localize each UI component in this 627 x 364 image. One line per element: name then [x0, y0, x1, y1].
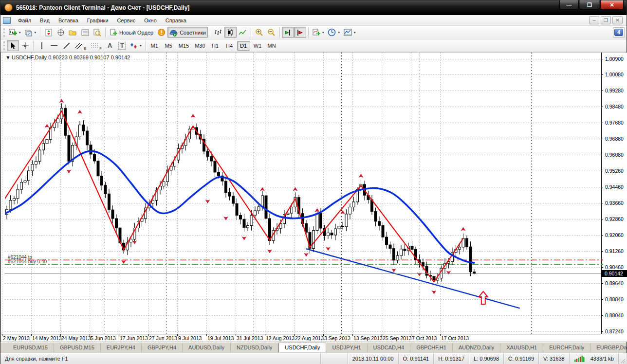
price-chart[interactable]: 1.009001.000800.992800.984800.976800.968…	[1, 53, 627, 342]
chart-shift-button[interactable]	[294, 27, 306, 38]
bar-chart-button[interactable]	[212, 27, 224, 38]
svg-text:0.96880: 0.96880	[605, 136, 624, 142]
timeframe-button-M15[interactable]: M15	[176, 41, 191, 51]
chevron-down-icon: ▾	[322, 31, 324, 35]
timeframe-button-M1[interactable]: M1	[148, 41, 161, 51]
horizontal-line-tool-button[interactable]	[48, 40, 60, 51]
periods-button[interactable]: ▾	[326, 27, 342, 38]
cursor-tool-button[interactable]	[7, 40, 19, 51]
notifications-button[interactable]: 4	[613, 27, 625, 38]
menu-item-6[interactable]: Справка	[161, 16, 191, 25]
title-bar: 565018: Panteon Client Terminal - Демо С…	[0, 0, 627, 15]
standard-toolbar: ▾ ▾ Новый Ордер Сов	[0, 26, 627, 39]
minimize-button[interactable]: —	[559, 0, 579, 10]
chart-tab-NZDUSD-Daily[interactable]: NZDUSD,Daily	[231, 344, 278, 352]
chart-tab-EURGBP-Daily[interactable]: EURGBP,Daily	[590, 344, 627, 352]
fibonacci-tool-button[interactable]: F	[88, 40, 104, 51]
chart-tab-EURUSD-M15[interactable]: EURUSD,M15	[7, 344, 54, 352]
status-help-text: Для справки, нажмите F1	[0, 353, 321, 364]
market-watch-button[interactable]	[42, 27, 55, 38]
status-volume-value: V: 31638	[539, 353, 570, 364]
svg-text:0.99280: 0.99280	[605, 88, 624, 93]
toolbar-separator	[40, 28, 40, 37]
label-tool-button[interactable]: T	[116, 40, 128, 51]
zoom-in-icon	[255, 28, 263, 36]
svg-text:2 May 2013: 2 May 2013	[3, 335, 30, 341]
chart-tab-AUDNZD-Daily[interactable]: AUDNZD,Daily	[453, 344, 500, 352]
strategy-tester-button[interactable]	[91, 27, 103, 38]
menu-item-3[interactable]: Графики	[83, 16, 113, 25]
close-button[interactable]: ✕	[600, 0, 624, 10]
terminal-button[interactable]	[79, 27, 91, 38]
chart-tab-USDJPY-H1[interactable]: USDJPY,H1	[326, 344, 367, 352]
menu-item-2[interactable]: Вставка	[54, 16, 83, 25]
new-order-button[interactable]: Новый Ордер	[108, 27, 155, 38]
bar-chart-icon	[214, 29, 222, 36]
arrows-tool-button[interactable]: ▾	[128, 40, 144, 51]
experts-button[interactable]: Советники	[167, 27, 208, 38]
menu-item-4[interactable]: Сервис	[113, 16, 140, 25]
toolbar-separator	[279, 28, 280, 37]
zoom-out-button[interactable]	[265, 27, 277, 38]
templates-button[interactable]: ▾	[342, 27, 358, 38]
vertical-line-icon	[39, 42, 45, 50]
connection-status-cell: 4333/1 kb	[570, 353, 619, 364]
candlestick-chart-button[interactable]	[224, 27, 237, 38]
toolbar-separator	[308, 28, 309, 37]
crosshair-tool-button[interactable]	[19, 40, 31, 51]
app-logo-icon	[4, 3, 13, 12]
chart-tab-AUDUSD-Daily[interactable]: AUDUSD,Daily	[183, 344, 231, 352]
chart-tab-GBPJPY-H4[interactable]: GBPJPY,H4	[142, 344, 183, 352]
maximize-button[interactable]: ❐	[580, 0, 599, 10]
resize-grip[interactable]	[619, 353, 627, 364]
child-restore-button[interactable]: ❐	[601, 16, 611, 24]
toolbar-grip[interactable]	[3, 41, 5, 50]
svg-text:13 Sep 2013: 13 Sep 2013	[353, 335, 383, 341]
line-chart-button[interactable]	[237, 27, 249, 38]
chart-tab-USDCAD-H4[interactable]: USDCAD,H4	[368, 344, 411, 352]
toolbar-grip[interactable]	[3, 28, 5, 37]
chart-tab-XAUUSD-H1[interactable]: XAUUSD,H1	[500, 344, 543, 352]
timeframe-button-H1[interactable]: H1	[209, 41, 222, 51]
timeframe-button-H4[interactable]: H4	[223, 41, 236, 51]
svg-text:USDCHF,Daily 0.90223 0.90369: USDCHF,Daily 0.90223 0.90369 0.90107 0.9…	[12, 55, 130, 60]
vertical-line-tool-button[interactable]	[36, 40, 48, 51]
timeframe-button-D1[interactable]: D1	[237, 41, 250, 51]
channel-tool-button[interactable]: E	[73, 40, 88, 51]
indicators-button[interactable]: ▾	[311, 27, 326, 38]
zoom-out-icon	[267, 28, 276, 36]
svg-text:0.97680: 0.97680	[605, 120, 624, 126]
child-minimize-button[interactable]: –	[589, 16, 599, 24]
chart-tab-EURCHF-Daily[interactable]: EURCHF,Daily	[543, 344, 590, 352]
text-tool-button[interactable]: A	[104, 40, 116, 51]
timeframe-button-M5[interactable]: M5	[162, 41, 175, 51]
autoscroll-button[interactable]	[282, 27, 294, 38]
clock-icon	[328, 28, 336, 36]
autoscroll-icon	[284, 29, 292, 36]
arrows-tool-icon	[130, 42, 138, 50]
collapse-quote-icon: ▼	[5, 55, 11, 60]
list-icon	[81, 29, 89, 36]
zoom-in-button[interactable]	[253, 27, 265, 38]
svg-text:0.88040: 0.88040	[605, 312, 624, 318]
profiles-button[interactable]: ▾	[23, 27, 38, 38]
child-close-button[interactable]: ✕	[612, 16, 623, 24]
data-window-button[interactable]	[55, 27, 67, 38]
timeframe-button-MN[interactable]: MN	[265, 41, 278, 51]
new-order-icon	[110, 29, 117, 36]
chart-tab-GBPCHF-H1[interactable]: GBPCHF,H1	[410, 344, 453, 352]
chart-tab-EURJPY-H4[interactable]: EURJPY,H4	[101, 344, 142, 352]
alerts-button[interactable]	[155, 27, 167, 38]
timeframe-button-W1[interactable]: W1	[251, 41, 264, 51]
chart-tab-USDCHF-Daily[interactable]: USDCHF,Daily	[278, 343, 326, 352]
menu-item-0[interactable]: Файл	[14, 16, 36, 25]
chart-tab-GBPUSD-M15[interactable]: GBPUSD,M15	[54, 344, 101, 352]
chevron-down-icon: ▾	[140, 44, 142, 48]
menu-item-5[interactable]: Окно	[140, 16, 161, 25]
svg-text:19 Jul 2013: 19 Jul 2013	[207, 335, 234, 341]
navigator-button[interactable]	[67, 27, 79, 38]
menu-item-1[interactable]: Вид	[36, 16, 54, 25]
trendline-tool-button[interactable]	[60, 40, 73, 51]
new-chart-button[interactable]: ▾	[7, 27, 23, 38]
timeframe-button-M30[interactable]: M30	[192, 41, 207, 51]
